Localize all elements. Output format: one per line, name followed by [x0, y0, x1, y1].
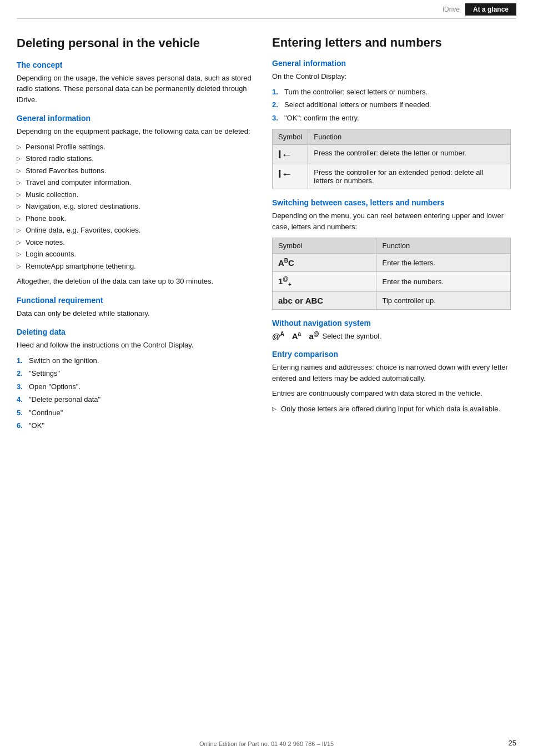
switch-col-function: Function: [376, 238, 511, 254]
table-cell-function: Press the controller: delete the letter …: [308, 145, 511, 164]
list-item: 2."Settings": [17, 368, 255, 379]
table-cell-function: Tip controller up.: [376, 292, 511, 310]
left-general-info-footer: Altogether, the deletion of the data can…: [17, 276, 255, 287]
num-symbol: 1@+: [278, 276, 291, 286]
nav-sym-3: a@: [304, 331, 319, 341]
nav-sym-1: @A: [272, 331, 284, 341]
table-cell-function: Enter the numbers.: [376, 272, 511, 292]
list-item: 3.Open "Options".: [17, 381, 255, 392]
table-row: I← Press the controller for an extended …: [273, 164, 511, 189]
right-general-info-body: On the Control Display:: [272, 71, 511, 82]
switch-symbol-table: Symbol Function ABC Enter the letters. 1…: [272, 238, 511, 310]
delete-symbol-1: I←: [278, 148, 293, 160]
entry-comparison-body1: Entering names and addresses: choice is …: [272, 362, 511, 384]
list-item: Music collection.: [17, 189, 255, 200]
header-idrive-label: iDrive: [443, 6, 460, 13]
table-col-function: Function: [308, 129, 511, 145]
abc-symbol: ABC: [278, 258, 294, 268]
list-item: 3."OK": confirm the entry.: [272, 113, 511, 124]
table-cell-symbol: I←: [273, 164, 308, 189]
right-column: Entering letters and numbers General inf…: [272, 36, 511, 436]
table-cell-symbol: I←: [273, 145, 308, 164]
delete-symbol-2: I←: [278, 168, 293, 180]
switch-col-symbol: Symbol: [273, 238, 376, 254]
left-main-title: Deleting personal in the vehicle: [17, 36, 255, 52]
list-item: Navigation, e.g. stored destinations.: [17, 201, 255, 212]
footer-page-number: 25: [509, 739, 516, 747]
entry-comparison-section: Entry comparison Entering names and addr…: [272, 350, 511, 414]
table-row: abc or ABC Tip controller up.: [273, 292, 511, 310]
concept-section: The concept Depending on the usage, the …: [17, 61, 255, 105]
list-item: Stored Favorites buttons.: [17, 165, 255, 177]
left-general-info-body: Depending on the equipment package, the …: [17, 126, 255, 137]
list-item: 1.Turn the controller: select letters or…: [272, 87, 511, 98]
list-item: Voice notes.: [17, 237, 255, 248]
left-general-info-section: General information Depending on the equ…: [17, 114, 255, 287]
right-general-info-section: General information On the Control Displ…: [272, 59, 511, 189]
list-item: Login accounts.: [17, 249, 255, 260]
list-item: RemoteApp smartphone tethering.: [17, 261, 255, 272]
deleting-data-body: Heed and follow the instructions on the …: [17, 340, 255, 351]
switching-body: Depending on the menu, you can reel betw…: [272, 210, 511, 232]
without-nav-heading: Without navigation system: [272, 319, 511, 327]
list-item: 5."Continue": [17, 407, 255, 419]
entry-comparison-bullets: Only those letters are offered during in…: [272, 404, 511, 415]
nav-sym-2: Aa: [288, 331, 301, 341]
switching-section: Switching between cases, letters and num…: [272, 198, 511, 310]
right-main-title: Entering letters and numbers: [272, 36, 511, 50]
list-item: Online data, e.g. Favorites, cookies.: [17, 225, 255, 236]
left-general-info-heading: General information: [17, 114, 255, 123]
nav-symbols-row: @A Aa a@ Select the symbol.: [272, 331, 511, 341]
list-item: Personal Profile settings.: [17, 142, 255, 153]
list-item: 6."OK": [17, 420, 255, 431]
list-item: Only those letters are offered during in…: [272, 404, 511, 415]
entry-comparison-heading: Entry comparison: [272, 350, 511, 359]
footer: Online Edition for Part no. 01 40 2 960 …: [0, 740, 533, 747]
deleting-data-steps: 1.Switch on the ignition. 2."Settings" 3…: [17, 355, 255, 431]
table-cell-function: Enter the letters.: [376, 254, 511, 272]
functional-requirement-section: Functional requirement Data can only be …: [17, 296, 255, 319]
table-cell-symbol: ABC: [273, 254, 376, 272]
list-item: 4."Delete personal data": [17, 394, 255, 405]
list-item: 1.Switch on the ignition.: [17, 355, 255, 366]
left-column: Deleting personal in the vehicle The con…: [17, 36, 255, 436]
switching-heading: Switching between cases, letters and num…: [272, 198, 511, 207]
page-header: iDrive At a glance: [17, 0, 516, 19]
concept-heading: The concept: [17, 61, 255, 69]
entry-comparison-body2: Entries are continuously compared with d…: [272, 388, 511, 399]
table-row: ABC Enter the letters.: [273, 254, 511, 272]
deleting-data-heading: Deleting data: [17, 327, 255, 336]
list-item: Travel and computer information.: [17, 177, 255, 188]
table-col-symbol: Symbol: [273, 129, 308, 145]
list-item: 2.Select additional letters or numbers i…: [272, 99, 511, 110]
header-tab-label: At a glance: [465, 3, 516, 16]
list-item: Phone book.: [17, 213, 255, 224]
table-cell-function: Press the controller for an extended per…: [308, 164, 511, 189]
deleting-data-section: Deleting data Heed and follow the instru…: [17, 327, 255, 431]
table-row: I← Press the controller: delete the lett…: [273, 145, 511, 164]
footer-text: Online Edition for Part no. 01 40 2 960 …: [199, 740, 334, 747]
without-nav-section: Without navigation system @A Aa a@ Selec…: [272, 319, 511, 341]
functional-requirement-heading: Functional requirement: [17, 296, 255, 305]
list-item: Stored radio stations.: [17, 153, 255, 164]
right-general-info-steps: 1.Turn the controller: select letters or…: [272, 87, 511, 124]
main-content: Deleting personal in the vehicle The con…: [0, 19, 533, 469]
concept-body: Depending on the usage, the vehicle save…: [17, 73, 255, 105]
table-cell-symbol: abc or ABC: [273, 292, 376, 310]
symbol-function-table-1: Symbol Function I← Press the controller:…: [272, 129, 511, 189]
functional-requirement-body: Data can only be deleted while stationar…: [17, 308, 255, 319]
table-row: 1@+ Enter the numbers.: [273, 272, 511, 292]
right-general-info-heading: General information: [272, 59, 511, 68]
nav-sym-label: Select the symbol.: [323, 332, 381, 340]
table-cell-symbol: 1@+: [273, 272, 376, 292]
abc-or-ABC-symbol: abc or ABC: [278, 296, 323, 305]
left-general-info-bullets: Personal Profile settings. Stored radio …: [17, 142, 255, 272]
